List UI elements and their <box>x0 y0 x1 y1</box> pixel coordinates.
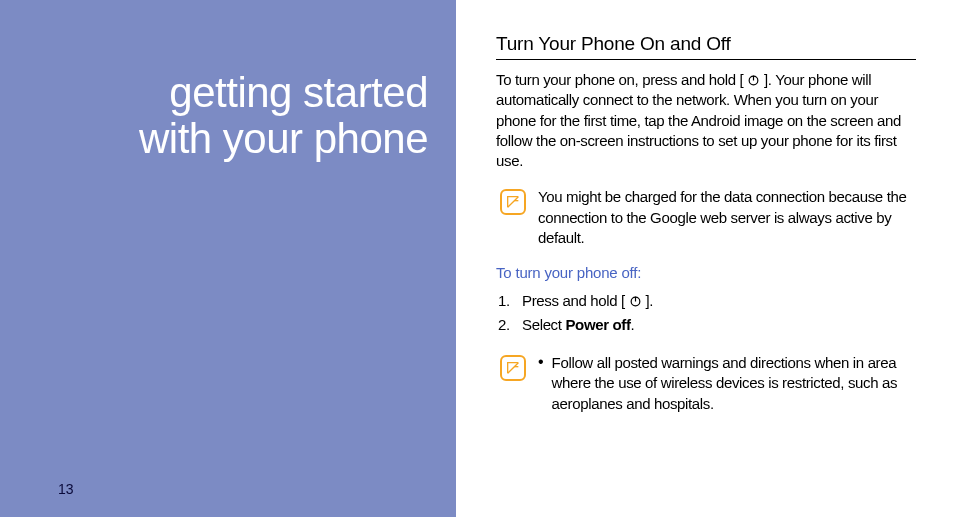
note-text-1: You might be charged for the data connec… <box>538 187 916 248</box>
intro-text-before-icon: To turn your phone on, press and hold [ <box>496 71 743 88</box>
step-2-bold: Power off <box>565 316 630 333</box>
subheading-phone-off: To turn your phone off: <box>496 264 916 281</box>
note-icon <box>500 189 526 215</box>
power-icon <box>747 72 760 85</box>
intro-paragraph: To turn your phone on, press and hold [ … <box>496 70 916 171</box>
note-icon <box>500 355 526 381</box>
step-2-suffix: . <box>631 316 635 333</box>
chapter-title-line1: getting started <box>0 70 428 116</box>
section-title: Turn Your Phone On and Off <box>496 33 916 60</box>
step-1-prefix: Press and hold [ <box>522 292 625 309</box>
content-panel: Turn Your Phone On and Off To turn your … <box>456 0 954 517</box>
step-2: Select Power off. <box>498 313 916 337</box>
note-block-2: • Follow all posted warnings and directi… <box>500 353 916 414</box>
page-number: 13 <box>58 481 74 497</box>
steps-list: Press and hold [ ]. Select Power off. <box>498 289 916 337</box>
note-block-1: You might be charged for the data connec… <box>500 187 916 248</box>
note-text-2: Follow all posted warnings and direction… <box>552 353 916 414</box>
bullet-dot: • <box>538 353 544 371</box>
chapter-title-panel: getting started with your phone 13 <box>0 0 456 517</box>
power-icon <box>629 291 642 304</box>
chapter-title-line2: with your phone <box>0 116 428 162</box>
step-1: Press and hold [ ]. <box>498 289 916 313</box>
note-2-bullet-row: • Follow all posted warnings and directi… <box>538 353 916 414</box>
step-1-suffix: ]. <box>645 292 653 309</box>
step-2-prefix: Select <box>522 316 565 333</box>
